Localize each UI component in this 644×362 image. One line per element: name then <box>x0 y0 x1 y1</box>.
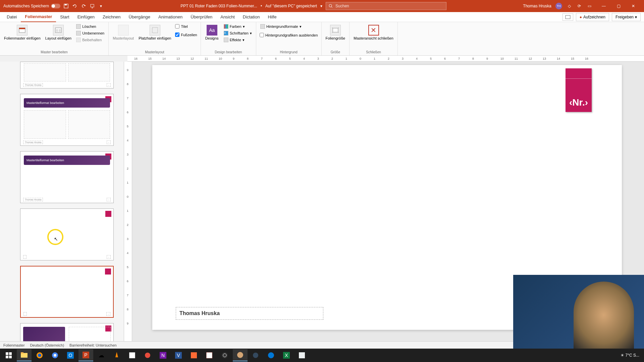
effects-button[interactable]: Effekte ▾ <box>222 37 253 43</box>
search-box[interactable] <box>326 2 446 10</box>
svg-point-39 <box>253 353 258 358</box>
maximize-button[interactable]: ▢ <box>611 0 626 12</box>
tab-animationen[interactable]: Animationen <box>154 12 186 22</box>
status-language[interactable]: Deutsch (Österreich) <box>30 343 64 347</box>
ribbon-content: Folienmaster einfügen Layout einfügen Lö… <box>0 22 644 56</box>
svg-point-22 <box>54 354 56 357</box>
app-icon-17[interactable] <box>248 349 263 361</box>
redo-icon[interactable] <box>80 3 87 9</box>
document-title: PPT 01 Roter Faden 003 Folien-Nummer... <box>180 4 257 8</box>
start-button[interactable] <box>1 349 16 361</box>
footers-checkbox[interactable]: Fußzeilen <box>174 32 198 38</box>
hide-bg-graphics-checkbox[interactable]: Hintergrundgrafiken ausblenden <box>259 32 319 38</box>
layout-thumb-5-selected[interactable]: - <box>20 266 114 318</box>
group-label-background: Hintergrund <box>259 50 319 54</box>
fonts-button[interactable]: ASchriftarten ▾ <box>222 30 253 36</box>
autosave-toggle[interactable]: Automatisches Speichern <box>3 4 60 8</box>
svg-point-38 <box>237 352 243 358</box>
page-number-placeholder[interactable]: ‹Nr.› <box>566 68 592 112</box>
preserve-button[interactable]: Beibehalten <box>75 37 106 43</box>
tab-dictation[interactable]: Dictation <box>239 12 264 22</box>
save-location[interactable]: Auf "diesem PC" gespeichert <box>265 4 317 8</box>
window-icon[interactable]: ▭ <box>586 3 592 9</box>
svg-text:N: N <box>161 353 165 358</box>
save-location-chevron[interactable]: ▾ <box>320 4 322 8</box>
diamond-icon[interactable]: ◇ <box>566 3 572 9</box>
taskbar: O P ☁ N V X ☀ 7°C S... <box>0 349 644 362</box>
ruler-horizontal: 1615141312111098765432101234567891011121… <box>127 56 644 62</box>
visio-icon[interactable]: V <box>171 349 186 361</box>
background-styles-button[interactable]: Hintergrundformate ▾ <box>259 23 319 29</box>
insert-slidemaster-button[interactable]: Folienmaster einfügen <box>3 23 42 42</box>
tab-zeichnen[interactable]: Zeichnen <box>99 12 124 22</box>
masterlayout-button[interactable]: Masterlayout <box>111 23 135 42</box>
present-icon[interactable] <box>89 3 95 9</box>
close-master-button[interactable]: ✕ Masteransicht schließen <box>352 23 395 42</box>
excel-icon[interactable]: X <box>279 349 294 361</box>
svg-rect-18 <box>21 352 23 354</box>
tab-hilfe[interactable]: Hilfe <box>264 12 280 22</box>
layout-thumb-2[interactable]: Mastertitelformat bearbeiten Thomas Hrus… <box>20 94 114 146</box>
layout-thumb-1[interactable]: Thomas Hruska- <box>20 62 114 88</box>
slide-size-button[interactable]: Foliengröße <box>324 23 347 42</box>
close-button[interactable]: ✕ <box>626 0 641 12</box>
save-dot: • <box>261 4 262 8</box>
app-icon-13[interactable] <box>186 349 201 361</box>
insert-layout-button[interactable]: Layout einfügen <box>44 23 73 42</box>
group-label-master-edit: Master bearbeiten <box>3 50 106 54</box>
thumbnail-panel[interactable]: Thomas Hruska- Mastertitelformat bearbei… <box>0 62 124 341</box>
minimize-button[interactable]: — <box>596 0 611 12</box>
chrome-icon[interactable] <box>48 349 62 361</box>
user-avatar[interactable]: TH <box>555 3 562 9</box>
svg-rect-28 <box>129 352 135 358</box>
title-checkbox[interactable]: Titel <box>174 23 198 29</box>
svg-rect-16 <box>9 356 12 358</box>
username-label[interactable]: Thomas Hruska <box>523 4 551 8</box>
search-input[interactable] <box>335 4 443 8</box>
tab-ubergange[interactable]: Übergänge <box>125 12 154 22</box>
tab-start[interactable]: Start <box>56 12 73 22</box>
outlook-icon[interactable]: O <box>63 349 78 361</box>
record-button[interactable]: ●Aufzeichnen <box>576 13 609 21</box>
app-icon-9[interactable] <box>125 349 140 361</box>
app-icon-20[interactable] <box>294 349 309 361</box>
app-icon-7[interactable]: ☁ <box>94 349 109 361</box>
title-bar: Automatisches Speichern ▾ PPT 01 Roter F… <box>0 0 644 12</box>
powerpoint-icon[interactable]: P <box>78 349 93 361</box>
edge-icon[interactable] <box>264 349 278 361</box>
ribbon-mode-toggle[interactable] <box>562 13 573 21</box>
explorer-icon[interactable] <box>17 349 32 361</box>
onenote-icon[interactable]: N <box>156 349 170 361</box>
layout-thumb-6[interactable] <box>20 323 114 341</box>
sync-icon[interactable]: ⟳ <box>576 3 582 9</box>
qat-more-icon[interactable]: ▾ <box>98 3 104 9</box>
status-view-mode[interactable]: Folienmaster <box>3 343 25 347</box>
firefox-icon[interactable] <box>32 349 47 361</box>
save-icon[interactable] <box>63 3 69 9</box>
tab-uberprufen[interactable]: Überprüfen <box>186 12 216 22</box>
svg-point-3 <box>329 4 332 7</box>
app-icon-14[interactable] <box>202 349 217 361</box>
layout-thumb-4[interactable]: ↖ - <box>20 208 114 260</box>
status-accessibility[interactable]: Barrierefreiheit: Untersuchen <box>69 343 117 347</box>
share-button[interactable]: Freigeben ▾ <box>612 13 641 21</box>
designs-button[interactable]: Aa Designs <box>204 23 220 42</box>
svg-text:V: V <box>177 353 180 358</box>
undo-icon[interactable] <box>72 3 78 9</box>
weather-widget[interactable]: ☀ 7°C S... <box>621 353 639 358</box>
obs-icon[interactable] <box>217 349 232 361</box>
app-icon-16[interactable] <box>233 349 248 361</box>
delete-button[interactable]: Löschen <box>75 23 106 29</box>
tab-einfugen[interactable]: Einfügen <box>73 12 99 22</box>
colors-button[interactable]: Farben ▾ <box>222 23 253 29</box>
tab-ansicht[interactable]: Ansicht <box>216 12 239 22</box>
rename-button[interactable]: Umbenennen <box>75 30 106 36</box>
tab-folienmaster[interactable]: Folienmaster <box>21 12 56 22</box>
svg-rect-1 <box>65 4 67 5</box>
layout-thumb-3[interactable]: Mastertitelformat bearbeiten Thomas Hrus… <box>20 151 114 203</box>
insert-placeholder-button[interactable]: Platzhalter einfügen <box>137 23 172 42</box>
app-icon-10[interactable] <box>140 349 155 361</box>
footer-name-placeholder[interactable]: Thomas Hruska <box>176 307 323 320</box>
vlc-icon[interactable] <box>109 349 124 361</box>
tab-datei[interactable]: Datei <box>3 12 21 22</box>
